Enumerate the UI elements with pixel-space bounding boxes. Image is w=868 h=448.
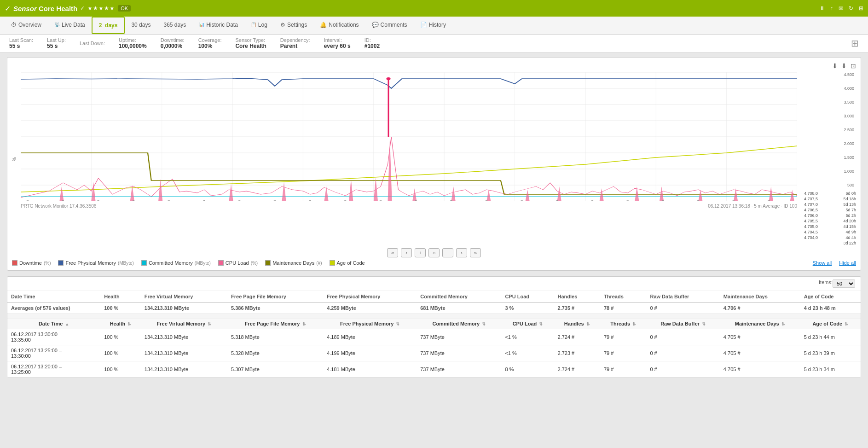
tab-comments[interactable]: 💬 Comments <box>365 17 414 34</box>
tab-log[interactable]: 📋 Log <box>244 17 274 34</box>
items-per-page-select[interactable]: 50 25 100 <box>833 279 855 288</box>
sort-arrow-age: ⇅ <box>845 322 848 326</box>
nav-last-btn[interactable]: » <box>470 248 481 257</box>
row3-cpu: 8 % <box>501 361 554 378</box>
ts-2[interactable]: 4.707,55d 18h <box>804 197 856 201</box>
ts-6[interactable]: 4.705,54d 20h <box>804 219 856 223</box>
main-content: ⬇ ⬇ ⊡ % <box>0 52 868 388</box>
tab-2days[interactable]: 2 days <box>92 17 125 34</box>
tab-historic-data[interactable]: 📊 Historic Data <box>192 17 244 34</box>
sort-col-committed2[interactable]: Committed Memory ⇅ <box>417 319 501 329</box>
ts-7[interactable]: 4.705,04d 15h <box>804 224 856 229</box>
sort-arrow-fph: ⇅ <box>396 322 399 326</box>
tab-365days[interactable]: 365 days <box>157 17 192 34</box>
upload-icon[interactable]: ↑ <box>830 5 833 12</box>
legend-committed-label: Committed Memory <box>149 260 193 266</box>
nav-tabs: ⏱ Overview 📡 Live Data 2 days 30 days 36… <box>0 17 868 35</box>
sort-col-free-page2[interactable]: Free Page File Memory ⇅ <box>227 319 323 329</box>
tab-notifications-label: Notifications <box>329 22 359 28</box>
sort-col-free-physical2[interactable]: Free Physical Memory ⇅ <box>323 319 417 329</box>
tab-live-data[interactable]: 📡 Live Data <box>48 17 92 34</box>
nav-first-btn[interactable]: « <box>387 248 398 257</box>
tab-settings[interactable]: ⚙ Settings <box>274 17 313 34</box>
sort-col-maintenance2[interactable]: Maintenance Days ⇅ <box>720 319 800 329</box>
row3-committed: 737 MByte <box>417 361 501 378</box>
sort-arrow-fv: ⇅ <box>208 322 211 326</box>
sort-col-health[interactable]: Health ⇅ <box>100 319 141 329</box>
nav-zoom-out-btn[interactable]: − <box>442 248 453 257</box>
sort-col-raw2[interactable]: Raw Data Buffer ⇅ <box>646 319 719 329</box>
tab-notifications[interactable]: 🔔 Notifications <box>313 17 365 34</box>
col-health[interactable]: Health <box>100 291 141 303</box>
nav-zoom-in-btn[interactable]: + <box>415 248 426 257</box>
y2-val-8: 1.000 <box>801 169 854 174</box>
ts-8[interactable]: 4.704,54d 9h <box>804 230 856 234</box>
refresh-icon[interactable]: ↻ <box>849 5 853 12</box>
col-threads[interactable]: Threads <box>600 291 646 303</box>
pause-icon[interactable]: ⏸ <box>819 5 825 12</box>
col-maintenance[interactable]: Maintenance Days <box>720 291 800 303</box>
nav-prev-btn[interactable]: ‹ <box>401 248 412 257</box>
sort-col-free-virtual2[interactable]: Free Virtual Memory ⇅ <box>141 319 227 329</box>
tab-history[interactable]: 📄 History <box>414 17 452 34</box>
ts-9[interactable]: 4.704,04d 4h <box>804 235 856 240</box>
col-raw[interactable]: Raw Data Buffer <box>646 291 719 303</box>
avg-health: 100 % <box>100 303 141 314</box>
overview-icon: ⏱ <box>11 22 17 28</box>
header-left: ✓ Sensor Core Health ✓ ★★★★★ OK <box>5 4 131 13</box>
chart-container: % <box>12 72 856 245</box>
tab-overview[interactable]: ⏱ Overview <box>5 17 48 34</box>
row2-datetime: 06.12.2017 13:25:00 –13:30:00 <box>7 345 100 361</box>
ts-1[interactable]: 4.708,06d 0h <box>804 191 856 196</box>
tab-history-label: History <box>429 22 446 28</box>
ts-10[interactable]: 3d 22h <box>804 241 856 245</box>
svg-text:05.12.: 05.12. <box>194 198 209 201</box>
table-header-row: Date Time Health Free Virtual Memory Fre… <box>7 291 861 303</box>
sort-col-datetime[interactable]: Date Time ▲ <box>7 319 100 329</box>
grid-icon[interactable]: ⊞ <box>859 5 863 12</box>
col-datetime[interactable]: Date Time <box>7 291 100 303</box>
col-free-page[interactable]: Free Page File Memory <box>227 291 323 303</box>
sort-col-age2[interactable]: Age of Code ⇅ <box>800 319 861 329</box>
row2-cpu: <1 % <box>501 345 554 361</box>
hide-all-link[interactable]: Hide all <box>839 260 856 266</box>
col-free-physical[interactable]: Free Physical Memory <box>323 291 417 303</box>
col-age[interactable]: Age of Code <box>800 291 861 303</box>
ts-3[interactable]: 4.707,05d 13h <box>804 202 856 207</box>
download-icon[interactable]: ⬇ <box>832 62 838 70</box>
avg-free-page: 5.386 MByte <box>227 303 323 314</box>
legend-age-of-code-label: Age of Code <box>337 260 365 266</box>
ts-5[interactable]: 4.706,05d 2h <box>804 213 856 218</box>
col-committed[interactable]: Committed Memory <box>417 291 501 303</box>
legend-downtime[interactable]: Downtime (%) <box>12 260 51 266</box>
star-rating[interactable]: ★★★★★ <box>87 5 115 12</box>
row3-health: 100 % <box>100 361 141 378</box>
chart-svg: 04.12. 04.12. 04.12. 04.12. 05.12. 05.12… <box>21 72 797 201</box>
col-cpu[interactable]: CPU Load <box>501 291 554 303</box>
show-all-link[interactable]: Show all <box>813 260 832 266</box>
nav-home-btn[interactable]: ○ <box>428 248 440 257</box>
nav-next-btn[interactable]: › <box>456 248 467 257</box>
sort-col-handles2[interactable]: Handles ⇅ <box>554 319 600 329</box>
sort-col-cpu2[interactable]: CPU Load ⇅ <box>501 319 554 329</box>
stats-bar: Last Scan: 55 s Last Up: 55 s Last Down:… <box>0 35 868 52</box>
svg-point-43 <box>386 77 390 80</box>
legend-committed[interactable]: Committed Memory (MByte) <box>141 260 211 266</box>
stat-interval: Interval: every 60 s <box>324 37 351 49</box>
legend-maintenance[interactable]: Maintenance Days (#) <box>265 260 322 266</box>
ts-4[interactable]: 4.706,55d 7h <box>804 208 856 212</box>
mail-icon[interactable]: ✉ <box>839 5 843 12</box>
col-handles[interactable]: Handles <box>554 291 600 303</box>
y2-val-2: 4.000 <box>801 86 854 91</box>
sort-arrow-cpu: ⇅ <box>539 322 543 326</box>
legend-cpu[interactable]: CPU Load (%) <box>218 260 258 266</box>
tab-30days[interactable]: 30 days <box>125 17 157 34</box>
legend-free-physical[interactable]: Free Physical Memory (MByte) <box>58 260 133 266</box>
legend-age-of-code[interactable]: Age of Code <box>330 260 365 266</box>
qr-code-icon[interactable]: ⊞ <box>851 38 859 49</box>
download2-icon[interactable]: ⬇ <box>841 62 847 70</box>
row3-threads: 79 # <box>600 361 646 378</box>
share-icon[interactable]: ⊡ <box>851 62 856 70</box>
sort-col-threads2[interactable]: Threads ⇅ <box>600 319 646 329</box>
col-free-virtual[interactable]: Free Virtual Memory <box>141 291 227 303</box>
